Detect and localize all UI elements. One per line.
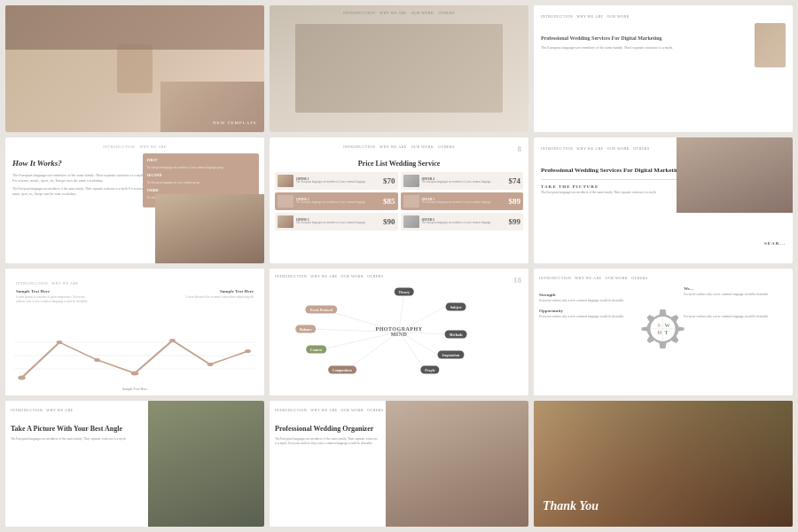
offer-5-desc: The European languages are members of yo… [422,201,506,205]
thank-you-text: Thank You [543,499,598,513]
couple-photo [155,194,264,263]
offer-6-thumb [403,215,419,228]
slide-wedding-organizer: INTRODUCTION WHY WE ARE OUR WORK OTHERS … [270,401,528,528]
nav-bar: INTRODUCTION WHY WE ARE OUR WORK OTHERS [539,276,787,280]
nav-others: OTHERS [367,408,384,412]
nav-intro: INTRODUCTION [275,274,307,278]
svg-point-3 [18,375,26,379]
additional-text: Everyone realizes why a new common langu… [684,315,787,319]
swot-right-col: We... Everyone realizes why a new common… [684,286,787,324]
offer-3-info: OFFER 3 The European languages are membe… [296,218,380,225]
slide-3-photo [755,23,786,67]
organizer-photo [386,401,528,528]
nav-why: WHY WE ARE [51,281,78,286]
nav-why: WHY WE ARE [46,408,73,412]
offer-1: OFFER 1 The European languages are membe… [275,172,398,190]
nav-work: OUR WORK [607,146,630,151]
offer-2: OFFER 2 The European languages are membe… [275,192,398,210]
svg-point-4 [57,340,63,344]
offer-2-info: OFFER 2 The European languages are membe… [296,198,380,205]
node-theory: Theory [395,287,414,295]
node-subject: Subject [446,302,466,310]
offer-3-price: $90 [383,217,395,226]
offer-3-desc: The European languages are members of yo… [296,222,380,225]
price-list-title: Price List Wedding Service [275,160,523,168]
slide-2-bg: INTRODUCTION WHY WE ARE OUR WORK OTHERS [270,5,528,132]
offer-5: OFFER 5 The European languages are membe… [401,192,524,210]
mind-map-center: PHOTOGRAPHYMIND [375,326,422,337]
weakness-title: We... [684,286,787,291]
chart-desc-1: Lorem Ipsum is a matter of great importa… [16,295,94,304]
offer-6-desc: The European languages are members of yo… [422,222,506,225]
nav-intro: INTRODUCTION [541,146,573,151]
nav-why: WHY WE ARE [379,145,406,149]
slide-3-title: Professional Wedding Services For Digita… [541,35,786,42]
offer-5-info: OFFER 5 The European languages are membe… [422,198,506,205]
slide-mind-map: INTRODUCTION WHY WE ARE OUR WORK OTHERS … [270,269,528,395]
organizer-title: Professional Wedding Organizer [275,425,379,434]
nav-label: NEW TEMPLATE [213,121,257,125]
take-picture-body: The European languages are members of th… [11,437,129,442]
nav-why: WHY WE ARE [576,146,603,151]
slide-swot: INTRODUCTION WHY WE ARE OUR WORK OTHERS … [534,269,793,395]
nav-intro: INTRODUCTION [541,14,573,19]
strength-title: Strength [539,293,651,297]
services-photo [677,137,793,214]
offer-5-price: $89 [509,197,521,206]
nav-bar: INTRODUCTION WHY WE ARE OUR WORK OTHERS [275,274,523,278]
svg-line-18 [348,332,399,370]
table-image [295,24,503,113]
offer-1-thumb [278,175,293,187]
nav-bar: INTRODUCTION WHY WE ARE OUR WORK [541,14,786,19]
offer-3-thumb [278,215,293,228]
offer-4-price: $74 [509,176,521,185]
how-it-works-body: The European languages are members of th… [12,173,147,184]
svg-text:T: T [665,330,669,335]
node-methods: Methods [445,331,467,339]
offer-2-price: $85 [383,197,395,206]
weakness-body: Everyone realizes why a new common langu… [684,293,787,297]
slide-line-chart: INTRODUCTION WHY WE ARE Sample Text Here… [5,269,264,395]
nav-why: WHY WE ARE [576,14,603,19]
nav-intro: INTRODUCTION [11,408,43,412]
slide-photo-collage: NEW TEMPLATE [5,5,264,132]
take-picture-title: Take A Picture With Your Best Angle [11,425,135,434]
nav-why: WHY WE ARE [575,276,601,280]
nav-intro: INTRODUCTION [275,408,307,412]
svg-text:W: W [665,323,670,328]
node-event: Event Protocol [306,305,337,313]
slide-professional-text: INTRODUCTION WHY WE ARE OUR WORK Profess… [534,5,793,132]
nav-intro: INTRODUCTION [343,145,375,149]
nav-intro: INTRODUCTION [103,145,135,149]
offer-4-thumb [403,175,419,187]
offer-5-thumb [403,195,419,207]
nav-intro: INTRODUCTION [539,276,571,280]
offer-2-thumb [278,195,293,207]
nav-bar: INTRODUCTION WHY WE ARE OUR WORK OTHERS [275,145,523,149]
nav-why: WHY WE ARE [139,145,166,149]
nav-bar: INTRODUCTION WHY WE ARE OUR WORK OTHERS [270,11,528,15]
offer-4-desc: The European languages are members of yo… [422,181,506,184]
step-2-detail: The European languages are your common g… [147,181,254,184]
chart-label-2: Sample Text Here [186,289,254,293]
step-1-label: FIRST [147,158,254,162]
offer-1-desc: The European languages are members of yo… [296,181,380,184]
slide-1-bg: NEW TEMPLATE [5,5,264,132]
svg-point-9 [245,349,251,353]
slide-3-body: The European languages are members of th… [541,45,786,51]
services-title: Professional Wedding Services For Digita… [541,167,688,176]
offer-4: OFFER 4 The European languages are membe… [401,172,524,190]
nav-bar: INTRODUCTION WHY WE ARE [5,145,264,149]
price-grid: OFFER 1 The European languages are membe… [275,172,523,231]
slide-thank-you: Thank You [534,401,793,528]
nav-work: OUR WORK [606,276,629,280]
step-1-detail: The European languages are members of yo… [147,166,254,169]
svg-line-17 [399,332,425,370]
nav-why: WHY WE ARE [379,11,406,15]
slide-table-photo: INTRODUCTION WHY WE ARE OUR WORK OTHERS [270,5,528,132]
node-people: People [420,366,439,374]
nav-others: OTHERS [633,146,650,151]
chart-bottom-label: Sample Text Here [122,387,148,391]
nav-why: WHY WE ARE [310,274,337,278]
svg-point-7 [169,339,176,342]
